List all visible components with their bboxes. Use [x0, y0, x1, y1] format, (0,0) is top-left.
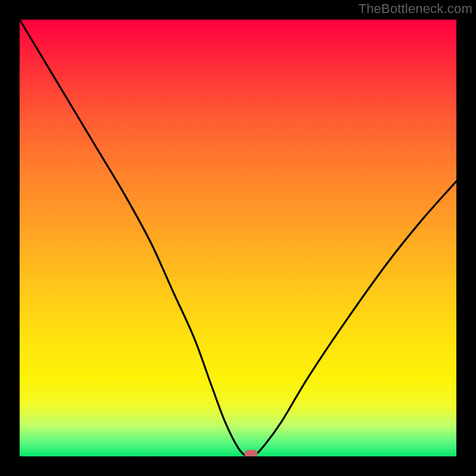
- bottleneck-curve: [20, 20, 456, 456]
- chart-plot-area: [20, 20, 456, 456]
- bottleneck-marker: [245, 450, 258, 456]
- watermark-text: TheBottleneck.com: [358, 1, 472, 17]
